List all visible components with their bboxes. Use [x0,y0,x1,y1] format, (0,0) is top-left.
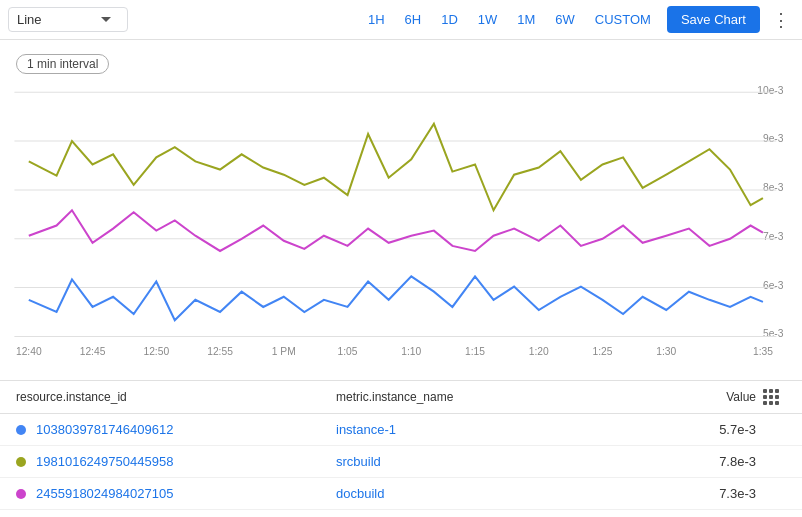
x-label-135: 1:35 [753,346,773,357]
instance-id-cell: 2455918024984027105 [16,486,336,501]
time-btn-6h[interactable]: 6H [397,8,430,31]
save-chart-button[interactable]: Save Chart [667,6,760,33]
y-label-6e3: 6e-3 [763,280,784,291]
chart-svg: 10e-3 9e-3 8e-3 7e-3 6e-3 5e-3 12:40 12:… [0,78,802,368]
table-row: 1038039781746409612 instance-1 5.7e-3 [0,414,802,446]
x-label-1pm: 1 PM [272,346,296,357]
x-label-1255: 12:55 [207,346,233,357]
dot-olive [16,457,26,467]
time-btn-1h[interactable]: 1H [360,8,393,31]
instance-id-cell: 1038039781746409612 [16,422,336,437]
toolbar: Line 1H 6H 1D 1W 1M 6W CUSTOM Save Chart… [0,0,802,40]
time-btn-custom[interactable]: CUSTOM [587,8,659,31]
x-label-1240: 12:40 [16,346,42,357]
x-label-115: 1:15 [465,346,485,357]
chart-type-label: Line [17,12,42,27]
y-label-7e3: 7e-3 [763,231,784,242]
chart-area: 10e-3 9e-3 8e-3 7e-3 6e-3 5e-3 12:40 12:… [0,78,802,368]
col-header-metric-name: metric.instance_name [336,390,676,404]
olive-line [29,124,763,210]
more-options-icon[interactable]: ⋮ [768,5,794,35]
instance-id-link-1[interactable]: 1038039781746409612 [36,422,173,437]
x-label-120: 1:20 [529,346,549,357]
chart-container: 1 min interval 10e-3 9e-3 8e-3 7e-3 6e-3… [0,40,802,380]
x-label-130: 1:30 [656,346,676,357]
interval-badge: 1 min interval [16,54,109,74]
time-btn-1w[interactable]: 1W [470,8,506,31]
column-settings-icon[interactable] [763,389,779,405]
metric-name-cell-1: instance-1 [336,422,676,437]
time-btn-1m[interactable]: 1M [509,8,543,31]
y-label-5e3: 5e-3 [763,329,784,340]
time-btn-1d[interactable]: 1D [433,8,466,31]
time-ranges: 1H 6H 1D 1W 1M 6W CUSTOM [360,8,659,31]
col-header-value: Value [676,390,756,404]
instance-id-cell: 1981016249750445958 [16,454,336,469]
chevron-down-icon [101,17,111,22]
y-label-9e3: 9e-3 [763,133,784,144]
metric-name-cell-3: docbuild [336,486,676,501]
table-header: resource.instance_id metric.instance_nam… [0,381,802,414]
table-row: 2455918024984027105 docbuild 7.3e-3 [0,478,802,510]
time-btn-6w[interactable]: 6W [547,8,583,31]
y-label-10e3: 10e-3 [757,85,784,96]
x-label-1245: 12:45 [80,346,106,357]
y-label-8e3: 8e-3 [763,182,784,193]
purple-line [29,210,763,251]
value-cell-1: 5.7e-3 [676,422,756,437]
data-table: resource.instance_id metric.instance_nam… [0,380,802,510]
table-row: 1981016249750445958 srcbuild 7.8e-3 [0,446,802,478]
x-label-125: 1:25 [593,346,613,357]
col-header-instance-id: resource.instance_id [16,390,336,404]
x-label-110: 1:10 [401,346,421,357]
x-label-105: 1:05 [338,346,358,357]
blue-line [29,276,763,320]
dot-purple [16,489,26,499]
value-cell-3: 7.3e-3 [676,486,756,501]
instance-id-link-3[interactable]: 2455918024984027105 [36,486,173,501]
instance-id-link-2[interactable]: 1981016249750445958 [36,454,173,469]
chart-type-dropdown[interactable]: Line [8,7,128,32]
value-cell-2: 7.8e-3 [676,454,756,469]
x-label-1250: 12:50 [143,346,169,357]
metric-name-cell-2: srcbuild [336,454,676,469]
dot-blue [16,425,26,435]
